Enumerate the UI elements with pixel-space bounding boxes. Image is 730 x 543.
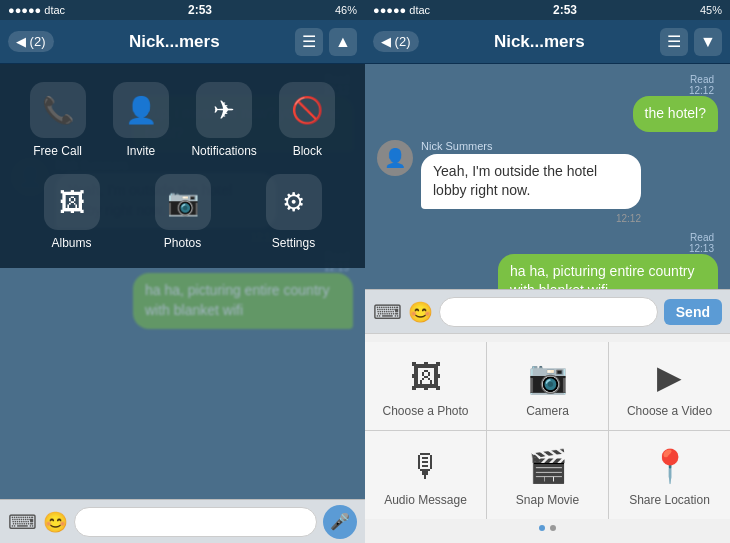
left-input-bar: ⌨ 😊 🎤: [0, 499, 365, 543]
choose-photo-label: Choose a Photo: [382, 404, 468, 418]
choose-video-label: Choose a Video: [627, 404, 712, 418]
right-menu-icon[interactable]: ☰: [660, 28, 688, 56]
camera-label: Camera: [526, 404, 569, 418]
left-title-icons: ☰ ▲: [295, 28, 357, 56]
right-panel: ●●●●● dtac 2:53 45% ◀ (2) Nick...mers ☰ …: [365, 0, 730, 543]
left-collapse-icon[interactable]: ▲: [329, 28, 357, 56]
right-title-icons: ☰ ▼: [660, 28, 722, 56]
right-msg-0-bubble: the hotel?: [633, 96, 719, 132]
block-label: Block: [293, 144, 322, 158]
menu-item-photos[interactable]: 📷 Photos: [143, 174, 223, 250]
right-status-bar: ●●●●● dtac 2:53 45%: [365, 0, 730, 20]
share-location-label: Share Location: [629, 493, 710, 507]
right-msg-1-wrap: 👤 Nick Summers Yeah, I'm outside the hot…: [377, 140, 718, 224]
right-title-bar: ◀ (2) Nick...mers ☰ ▼: [365, 20, 730, 64]
camera-icon: 📷: [528, 358, 568, 396]
left-chat-title: Nick...mers: [60, 32, 290, 52]
left-title-bar: ◀ (2) Nick...mers ☰ ▲: [0, 20, 365, 64]
left-menu-row-2: 🖼 Albums 📷 Photos ⚙ Settings: [0, 166, 365, 258]
choose-video-icon: ▶: [657, 358, 682, 396]
left-mic-button[interactable]: 🎤: [323, 505, 357, 539]
audio-message-label: Audio Message: [384, 493, 467, 507]
right-msg-1-bubble: Yeah, I'm outside the hotel lobby right …: [421, 154, 641, 209]
media-picker: 🖼 Choose a Photo 📷 Camera ▶ Choose a Vid…: [365, 333, 730, 543]
right-msg-1-content: Nick Summers Yeah, I'm outside the hotel…: [421, 140, 641, 224]
invite-label: Invite: [127, 144, 156, 158]
left-time: 2:53: [188, 3, 212, 17]
menu-item-free-call[interactable]: 📞 Free Call: [18, 82, 98, 158]
right-avatar: 👤: [377, 140, 413, 176]
left-back-button[interactable]: ◀ (2): [8, 31, 54, 52]
media-share-location[interactable]: 📍 Share Location: [609, 431, 730, 519]
dot-1[interactable]: [539, 525, 545, 531]
right-chat-area: Read12:12 the hotel? 👤 Nick Summers Yeah…: [365, 64, 730, 289]
right-input-bar: ⌨ 😊 Send: [365, 289, 730, 333]
pagination-dots: [365, 519, 730, 535]
audio-message-icon: 🎙: [410, 448, 442, 485]
right-chat-title: Nick...mers: [425, 32, 655, 52]
notifications-icon: ✈: [196, 82, 252, 138]
media-snap-movie[interactable]: 🎬 Snap Movie: [487, 431, 608, 519]
right-sender-name: Nick Summers: [421, 140, 641, 152]
left-battery: 46%: [335, 4, 357, 16]
media-grid: 🖼 Choose a Photo 📷 Camera ▶ Choose a Vid…: [365, 342, 730, 519]
menu-item-settings[interactable]: ⚙ Settings: [254, 174, 334, 250]
invite-icon: 👤: [113, 82, 169, 138]
right-text-input[interactable]: [439, 297, 658, 327]
left-dropdown-menu: 📞 Free Call 👤 Invite ✈ Notifications 🚫 B…: [0, 64, 365, 268]
menu-item-albums[interactable]: 🖼 Albums: [32, 174, 112, 250]
left-emoji-icon[interactable]: 😊: [43, 510, 68, 534]
right-msg-2-read: Read12:13: [377, 232, 714, 254]
right-msg-1-time: 12:12: [421, 213, 641, 224]
settings-label: Settings: [272, 236, 315, 250]
media-audio-message[interactable]: 🎙 Audio Message: [365, 431, 486, 519]
right-keyboard-icon[interactable]: ⌨: [373, 300, 402, 324]
left-carrier: ●●●●● dtac: [8, 4, 65, 16]
free-call-icon: 📞: [30, 82, 86, 138]
right-collapse-icon[interactable]: ▼: [694, 28, 722, 56]
left-menu-icon[interactable]: ☰: [295, 28, 323, 56]
media-camera[interactable]: 📷 Camera: [487, 342, 608, 430]
menu-item-block[interactable]: 🚫 Block: [267, 82, 347, 158]
dot-2[interactable]: [550, 525, 556, 531]
media-choose-video[interactable]: ▶ Choose a Video: [609, 342, 730, 430]
left-msg-2-bubble: ha ha, picturing entire country with bla…: [133, 273, 353, 328]
left-text-input[interactable]: [74, 507, 317, 537]
albums-icon: 🖼: [44, 174, 100, 230]
albums-label: Albums: [51, 236, 91, 250]
notifications-label: Notifications: [191, 144, 256, 158]
snap-movie-label: Snap Movie: [516, 493, 579, 507]
free-call-label: Free Call: [33, 144, 82, 158]
snap-movie-icon: 🎬: [528, 447, 568, 485]
block-icon: 🚫: [279, 82, 335, 138]
right-carrier: ●●●●● dtac: [373, 4, 430, 16]
media-choose-photo[interactable]: 🖼 Choose a Photo: [365, 342, 486, 430]
photos-label: Photos: [164, 236, 201, 250]
right-emoji-icon[interactable]: 😊: [408, 300, 433, 324]
right-msg-0-read: Read12:12: [377, 74, 714, 96]
left-panel: ●●●●● dtac 2:53 46% ◀ (2) Nick...mers ☰ …: [0, 0, 365, 543]
menu-item-invite[interactable]: 👤 Invite: [101, 82, 181, 158]
right-msg-0-wrap: Read12:12 the hotel?: [377, 74, 718, 132]
settings-icon: ⚙: [266, 174, 322, 230]
left-keyboard-icon[interactable]: ⌨: [8, 510, 37, 534]
right-back-button[interactable]: ◀ (2): [373, 31, 419, 52]
share-location-icon: 📍: [650, 447, 690, 485]
right-time: 2:53: [553, 3, 577, 17]
photos-icon: 📷: [155, 174, 211, 230]
right-battery: 45%: [700, 4, 722, 16]
send-button[interactable]: Send: [664, 299, 722, 325]
right-msg-2-wrap: Read12:13 ha ha, picturing entire countr…: [377, 232, 718, 289]
right-msg-2-bubble: ha ha, picturing entire country with bla…: [498, 254, 718, 289]
menu-item-notifications[interactable]: ✈ Notifications: [184, 82, 264, 158]
left-menu-row-1: 📞 Free Call 👤 Invite ✈ Notifications 🚫 B…: [0, 74, 365, 166]
left-status-bar: ●●●●● dtac 2:53 46%: [0, 0, 365, 20]
choose-photo-icon: 🖼: [410, 359, 442, 396]
